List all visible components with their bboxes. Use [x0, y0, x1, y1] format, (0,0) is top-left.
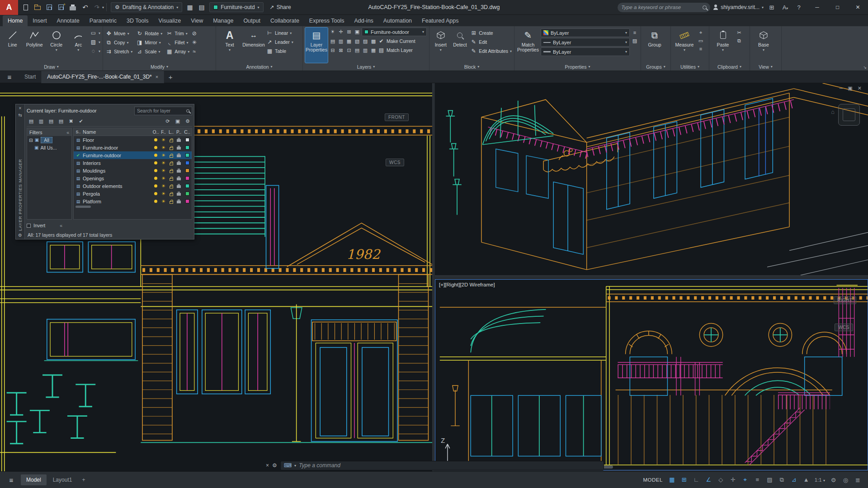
viewport-right[interactable]: Z [+][Right][2D Wireframe] RIGHT WCS [435, 279, 868, 470]
id-point-icon[interactable]: ⌖ [697, 29, 704, 36]
layer-tool-icon[interactable]: ▦ [345, 38, 353, 45]
layer-row[interactable]: ▤ Floor ☀ [74, 136, 192, 144]
layer-list-header[interactable]: S.. Name O.. F.. L.. P.. C.. [74, 128, 192, 136]
polar-tracking-icon[interactable]: ∠ [703, 476, 714, 483]
new-group-filter-icon[interactable]: ▥ [37, 117, 46, 125]
panel-label-groups[interactable]: Groups▾ [641, 63, 670, 70]
layer-color-swatch[interactable] [183, 169, 192, 173]
new-layout-button[interactable]: + [78, 474, 89, 485]
layer-plot-icon[interactable] [175, 199, 183, 203]
ortho-icon[interactable]: ∟ [691, 476, 702, 483]
modify-tool-button[interactable]: ↻Rotate▾ [136, 29, 162, 38]
layer-name[interactable]: Platform [83, 199, 152, 204]
settings-icon[interactable]: ⚙ [183, 117, 192, 125]
modify-tool-button[interactable]: ✂Trim▾ [166, 29, 189, 38]
paste-button[interactable]: Paste▾ [712, 28, 734, 63]
annotation-scale-button[interactable]: 1:1 ▾ [813, 477, 827, 483]
base-button[interactable]: Base▾ [752, 28, 775, 63]
layer-plot-icon[interactable] [175, 138, 183, 142]
toolbar-icon-b[interactable]: ▤ [196, 2, 208, 13]
layer-color-swatch[interactable] [183, 153, 192, 157]
object-snap-tracking-icon[interactable]: ✛ [727, 476, 739, 483]
modify-tool-button[interactable]: ◟Fillet▾ [166, 38, 189, 47]
isolate-icon[interactable]: ▣ [173, 117, 182, 125]
properties-list-icon[interactable]: ≡ [631, 29, 638, 36]
layer-row[interactable]: ▤ Furniture-indoor ☀ [74, 144, 192, 151]
arc-button[interactable]: Arc▾ [68, 28, 89, 63]
command-customize-icon[interactable]: ⚙ [272, 462, 277, 469]
layer-name[interactable]: Outdoor elements [83, 183, 152, 189]
layer-name[interactable]: Pergola [83, 191, 152, 197]
panel-label-annotation[interactable]: Annotation▾ [216, 63, 302, 70]
layer-freeze-icon[interactable]: ☀ [160, 153, 167, 158]
ribbon-tab[interactable]: View [186, 15, 208, 26]
layer-color-swatch[interactable] [183, 138, 192, 142]
refresh-icon[interactable]: ⟳ [163, 117, 172, 125]
layer-tool-icon[interactable]: ▥ [362, 47, 369, 54]
modify-tool-button[interactable]: ⧉Copy▾ [105, 38, 132, 47]
layer-freeze-icon[interactable]: ☀ [160, 168, 167, 173]
lineweight-icon[interactable]: ≡ [752, 476, 763, 483]
layer-freeze-icon[interactable]: ☀ [160, 145, 167, 150]
status-menu-icon[interactable]: ≡ [5, 476, 18, 484]
layer-color-swatch[interactable] [183, 161, 192, 165]
grid-icon[interactable]: ▦ [666, 476, 678, 483]
layer-tool-icon[interactable]: ⊟ [329, 47, 336, 54]
search-box[interactable] [618, 3, 710, 12]
layer-plot-icon[interactable] [175, 184, 183, 188]
layer-lock-icon[interactable]: ⊞ [345, 28, 353, 36]
panel-label-view[interactable]: View▾ [750, 63, 781, 70]
layer-on-icon[interactable] [152, 161, 160, 164]
new-drawing-tab-button[interactable]: + [164, 73, 177, 81]
layer-row[interactable]: ▤ Outdoor elements ☀ [74, 182, 192, 190]
open-file-icon[interactable] [32, 2, 43, 13]
file-tab-menu-icon[interactable]: ≡ [0, 73, 19, 81]
linear-button[interactable]: ⊢Linear▾ [266, 29, 293, 37]
share-button[interactable]: ↗ Share [265, 4, 296, 10]
viewport-label[interactable]: [+][Right][2D Wireframe] [439, 282, 495, 287]
text-button[interactable]: A Text▾ [218, 28, 241, 63]
table-button[interactable]: ▦Table [266, 47, 293, 55]
polyline-button[interactable]: Polyline [24, 28, 45, 63]
offset-icon[interactable]: ≈ [191, 48, 198, 55]
filter-all[interactable]: ⊟▣All [27, 136, 71, 144]
layer-row[interactable]: ▤ Pergola ☀ [74, 190, 192, 197]
modify-tool-button[interactable]: ◨Mirror▾ [136, 38, 162, 47]
ribbon-tab[interactable]: Insert [28, 15, 52, 26]
panel-label-clipboard[interactable]: Clipboard▾ [709, 63, 750, 70]
layer-freeze-icon[interactable]: ☀ [160, 199, 167, 204]
erase-icon[interactable]: ⊘ [191, 30, 198, 37]
layer-search-input[interactable] [137, 108, 184, 113]
layer-name[interactable]: Floor [83, 137, 152, 143]
layer-lock-icon[interactable] [167, 199, 175, 204]
cut-icon[interactable]: ✂ [736, 29, 743, 36]
copy-clip-icon[interactable]: ⧉ [736, 37, 743, 44]
delete-layer-icon[interactable]: ✖ [66, 117, 75, 125]
layer-color-swatch[interactable] [183, 184, 192, 188]
close-button[interactable]: ✕ [848, 0, 868, 15]
ribbon-tab[interactable]: Manage [208, 15, 238, 26]
layer-plot-icon[interactable] [175, 192, 183, 196]
leader-button[interactable]: ↗Leader▾ [266, 38, 293, 46]
layer-on-icon[interactable] [152, 154, 160, 157]
command-input[interactable] [299, 462, 600, 469]
start-tab[interactable]: Start [19, 71, 42, 83]
modify-tool-button[interactable]: ✥Move▾ [105, 29, 132, 38]
match-layer-button[interactable]: ▤Match Layer [378, 46, 413, 54]
viewcube-home-icon[interactable]: ⌂ [831, 108, 835, 115]
new-layer-icon[interactable]: ▤ [47, 117, 56, 125]
layer-color-swatch[interactable] [183, 192, 192, 196]
lineweight-dropdown[interactable]: ByLayer▾ [541, 47, 630, 56]
layer-on-icon[interactable] [152, 138, 160, 141]
panel-label-draw[interactable]: Draw▾ [0, 63, 103, 70]
ribbon-tab[interactable]: Collaborate [265, 15, 304, 26]
layer-tool-icon[interactable]: ⊡ [345, 47, 353, 54]
collapse-tree-icon[interactable]: « [60, 223, 62, 228]
isolate-objects-icon[interactable]: ◎ [840, 477, 851, 483]
layer-on-icon[interactable] [152, 177, 160, 180]
layer-on-icon[interactable] [152, 200, 160, 203]
layer-name[interactable]: Mouldings [83, 168, 152, 174]
palette-close-icon[interactable]: × [19, 106, 22, 111]
layer-freeze-icon[interactable]: ☀ [160, 183, 167, 188]
search-input[interactable] [621, 5, 700, 10]
